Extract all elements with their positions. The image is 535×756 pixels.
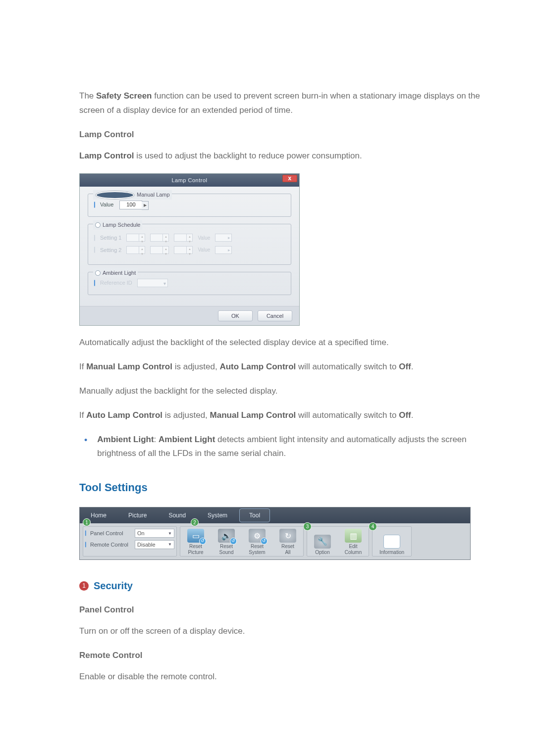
edit-column-button[interactable]: ▥ EditColumn [338, 527, 369, 556]
value-box [215, 246, 232, 254]
tab-tool[interactable]: Tool [238, 507, 271, 523]
sound-icon: 🔊↺ [218, 529, 235, 543]
ambient-light-group: Ambient Light Reference ID [88, 272, 291, 295]
security-heading: 1 Security [79, 577, 495, 594]
security-controls-group: Panel Control On Remote Control Disable [83, 526, 177, 556]
manual-lamp-radio[interactable] [95, 191, 135, 200]
option-button[interactable]: 🔧 Option [307, 527, 338, 556]
gear-icon: ⚙↺ [249, 529, 266, 543]
remote-control-paragraph: Enable or disable the remote control. [79, 670, 495, 684]
ambient-light-bullet: • Ambient Light: Ambient Light detects a… [79, 433, 495, 461]
setting1-label: Setting 1 [94, 233, 121, 243]
panel-control-label: Panel Control [85, 529, 123, 538]
remote-control-heading: Remote Control [79, 649, 495, 663]
setting2-label: Setting 2 [94, 246, 121, 255]
tool-ribbon: Home1 Picture Sound2 System Tool Panel C… [79, 507, 471, 560]
panel-control-heading: Panel Control [79, 603, 495, 617]
remote-control-label: Remote Control [85, 540, 128, 550]
spinner: ▲▼ [150, 234, 169, 242]
tab-picture[interactable]: Picture [117, 507, 158, 523]
reset-badge-icon: ↺ [230, 538, 237, 545]
lamp-control-dialog: Lamp Control x Manual Lamp Value 100▶ La… [79, 173, 300, 326]
lamp-schedule-group: Lamp Schedule Setting 1 ▲▼ ▲▼ ▲▼ Value S… [88, 224, 291, 265]
reset-system-button[interactable]: ⚙↺ ResetSystem [242, 527, 272, 556]
spinner: ▲▼ [174, 246, 193, 254]
reset-all-button[interactable]: ↻ ResetAll [272, 527, 303, 556]
lamp-schedule-radio[interactable] [95, 222, 101, 228]
callout-3: 3 [303, 522, 312, 531]
ribbon-tabs: Home1 Picture Sound2 System Tool [80, 507, 470, 523]
setting1-row: Setting 1 ▲▼ ▲▼ ▲▼ Value [94, 233, 285, 243]
text: is used to adjust the backlight to reduc… [134, 151, 362, 160]
reset-sound-button[interactable]: 🔊↺ ResetSound [211, 527, 242, 556]
legend-text: Manual Lamp [137, 190, 170, 200]
manual-lamp-note: If Manual Lamp Control is adjusted, Auto… [79, 360, 495, 374]
reference-dropdown [137, 279, 168, 287]
columns-icon: ▥ [345, 529, 362, 543]
safety-screen-paragraph: The Safety Screen function can be used t… [79, 89, 495, 118]
reset-badge-icon: ↺ [199, 538, 206, 545]
spinner: ▲▼ [126, 246, 145, 254]
refresh-icon: ↻ [279, 529, 296, 543]
wrench-icon: 🔧 [314, 535, 331, 549]
value-label: Value [198, 234, 210, 242]
ok-button[interactable]: OK [218, 310, 253, 321]
value-spinner[interactable]: 100▶ [119, 201, 142, 209]
dialog-titlebar: Lamp Control x [80, 174, 299, 187]
callout-4: 4 [369, 522, 377, 531]
text: The [79, 91, 96, 101]
bullet-text: Ambient Light: Ambient Light detects amb… [97, 433, 495, 461]
dialog-footer: OK Cancel [80, 306, 299, 325]
spinner: ▲▼ [126, 234, 145, 242]
reset-group: ▭↺ ResetPicture 🔊↺ ResetSound ⚙↺ ResetSy… [180, 526, 304, 556]
bullet-icon: • [84, 433, 87, 461]
tools-group: 3 🔧 Option ▥ EditColumn [307, 526, 369, 556]
manual-lamp-group: Manual Lamp Value 100▶ [88, 194, 291, 217]
spinner: ▲▼ [150, 246, 169, 254]
lamp-control-heading: Lamp Control [79, 128, 495, 142]
value-box [215, 234, 232, 242]
panel-control-select[interactable]: On [135, 529, 174, 538]
chevron-right-icon[interactable]: ▶ [142, 201, 149, 210]
ambient-light-radio[interactable] [95, 270, 101, 276]
info-group: 4 i Information [372, 526, 412, 556]
setting2-row: Setting 2 ▲▼ ▲▼ ▲▼ Value [94, 246, 285, 255]
remote-control-select[interactable]: Disable [135, 540, 174, 549]
manual-adjust-paragraph: Manually adjust the backlight for the se… [79, 384, 495, 399]
value-label: Value [198, 246, 210, 254]
lamp-control-description: Lamp Control is used to adjust the backl… [79, 149, 495, 163]
callout-1: 1 [83, 518, 91, 526]
tool-settings-heading: Tool Settings [79, 478, 495, 497]
close-icon[interactable]: x [282, 175, 297, 182]
tab-system[interactable]: System [197, 507, 238, 523]
tab-home[interactable]: Home1 [80, 507, 117, 523]
heading-text: Security [94, 577, 133, 594]
reference-label: Reference ID [94, 278, 132, 288]
info-icon: i [383, 535, 400, 549]
legend-text: Lamp Schedule [103, 220, 140, 230]
auto-lamp-note: If Auto Lamp Control is adjusted, Manual… [79, 408, 495, 423]
value-label: Value [94, 200, 113, 209]
legend-text: Ambient Light [103, 268, 136, 278]
information-button[interactable]: i Information [373, 527, 411, 556]
heading-number-badge: 1 [79, 581, 89, 591]
safety-screen-term: Safety Screen [96, 91, 152, 101]
term: Lamp Control [79, 151, 134, 160]
panel-control-paragraph: Turn on or off the screen of a display d… [79, 624, 495, 639]
picture-icon: ▭↺ [187, 529, 204, 543]
reset-badge-icon: ↺ [261, 538, 268, 545]
cancel-button[interactable]: Cancel [258, 310, 292, 321]
dialog-title: Lamp Control [171, 177, 207, 183]
value-number: 100 [126, 200, 135, 209]
tab-sound[interactable]: Sound2 [158, 507, 197, 523]
spinner: ▲▼ [174, 234, 193, 242]
reset-picture-button[interactable]: ▭↺ ResetPicture [180, 527, 211, 556]
auto-adjust-paragraph: Automatically adjust the backlight of th… [79, 336, 495, 350]
